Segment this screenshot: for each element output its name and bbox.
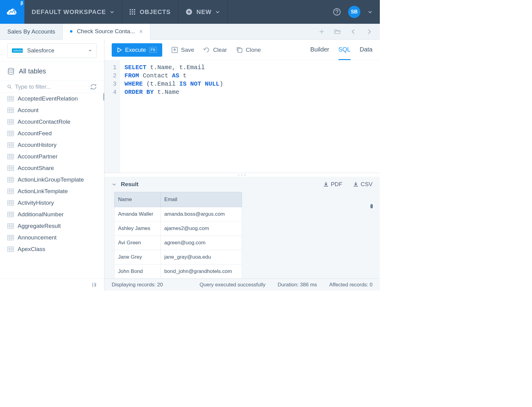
table-cell[interactable]: Avi Green [114, 236, 161, 250]
svg-rect-14 [8, 108, 14, 113]
svg-rect-21 [8, 189, 14, 194]
table-item[interactable]: AdditionalNumber [0, 209, 104, 220]
result-title: Result [121, 181, 138, 188]
table-item[interactable]: Announcement [0, 232, 104, 243]
table-item[interactable]: ActivityHistory [0, 197, 104, 209]
export-pdf-label: PDF [331, 181, 342, 188]
table-item[interactable]: AccountShare [0, 162, 104, 174]
new-button[interactable]: NEW [178, 0, 228, 24]
table-item[interactable]: AccountHistory [0, 139, 104, 151]
table-cell[interactable]: Jane Grey [114, 250, 161, 264]
sql-editor[interactable]: 1234 SELECT t.Name, t.Email FROM Contact… [104, 60, 380, 173]
table-item[interactable]: AccountFeed [0, 128, 104, 139]
table-item[interactable]: AggregateResult [0, 220, 104, 232]
new-tab-button[interactable] [318, 28, 325, 35]
table-item-label: AccountContactRole [18, 119, 70, 125]
table-item[interactable]: AccountPartner [0, 151, 104, 162]
svg-rect-20 [8, 177, 14, 182]
scrollbar-thumb[interactable] [103, 93, 104, 101]
export-csv-button[interactable]: CSV [353, 181, 373, 188]
table-icon [7, 108, 14, 113]
table-item[interactable]: AccountContactRole [0, 116, 104, 128]
table-item[interactable]: ApexClass [0, 243, 104, 255]
svg-point-12 [8, 85, 11, 88]
table-item-label: Announcement [18, 234, 57, 241]
table-item[interactable]: ActionLinkGroupTemplate [0, 174, 104, 186]
mode-tab-data[interactable]: Data [360, 40, 373, 60]
table-item-label: ApexClass [18, 246, 45, 253]
beta-badge: β [19, 0, 24, 6]
table-icon [7, 131, 14, 136]
table-cell[interactable]: ajames2@uog.com [160, 221, 242, 236]
svg-rect-28 [238, 48, 242, 52]
svg-rect-22 [8, 200, 14, 205]
execute-label: Execute [125, 47, 146, 53]
connection-selector[interactable]: salesforce Salesforce [7, 43, 97, 58]
chevron-down-icon [110, 9, 114, 14]
export-pdf-button[interactable]: PDF [323, 181, 342, 188]
chevron-down-icon [215, 9, 220, 14]
table-icon [7, 223, 14, 229]
toolbar: Execute F9 Save Clear Clone Builder SQL … [104, 40, 380, 60]
editor-gutter: 1234 [104, 60, 120, 173]
table-list[interactable]: AcceptedEventRelationAccountAccountConta… [0, 93, 104, 278]
table-cell[interactable]: amanda.boss@argus.com [160, 207, 242, 221]
svg-rect-2 [134, 9, 135, 10]
clone-button[interactable]: Clone [236, 47, 261, 53]
all-tables-header[interactable]: All tables [0, 62, 104, 81]
editor-code[interactable]: SELECT t.Name, t.Email FROM Contact AS t… [120, 60, 380, 173]
execute-button[interactable]: Execute F9 [112, 43, 162, 57]
close-tab-button[interactable]: × [139, 28, 143, 35]
table-row[interactable]: Jane Greyjane_gray@uoa.edu [114, 250, 242, 264]
table-item[interactable]: ActionLinkTemplate [0, 186, 104, 197]
panel-resize-handle[interactable]: • • • [104, 173, 380, 177]
scrollbar-thumb[interactable] [370, 204, 373, 208]
refresh-button[interactable] [90, 83, 97, 90]
table-row[interactable]: Amanda Walleramanda.boss@argus.com [114, 207, 242, 221]
app-header: β DEFAULT WORKSPACE OBJECTS NEW SB [0, 0, 380, 24]
table-item[interactable]: AcceptedEventRelation [0, 93, 104, 104]
mode-tab-builder[interactable]: Builder [310, 40, 329, 60]
prev-tab-button[interactable] [350, 28, 357, 35]
clear-button[interactable]: Clear [203, 47, 227, 53]
table-icon [7, 235, 14, 240]
sidebar-collapse-button[interactable] [0, 278, 104, 291]
sidebar: salesforce Salesforce All tables Accepte… [0, 40, 104, 291]
table-item-label: AcceptedEventRelation [18, 95, 78, 102]
chevron-down-icon[interactable] [368, 9, 373, 14]
svg-rect-7 [132, 13, 133, 15]
table-filter-input[interactable] [15, 83, 87, 90]
table-item-label: ActionLinkTemplate [18, 188, 68, 195]
document-tab[interactable]: Check Source Conta...× [63, 24, 150, 40]
mode-tab-sql[interactable]: SQL [338, 40, 351, 60]
table-item[interactable]: Account [0, 104, 104, 116]
table-cell[interactable]: Ashley James [114, 221, 161, 236]
help-button[interactable] [333, 8, 341, 16]
save-label: Save [181, 47, 194, 53]
app-logo[interactable]: β [0, 0, 24, 24]
status-duration: Duration: 386 ms [278, 282, 317, 288]
table-cell[interactable]: jane_gray@uoa.edu [160, 250, 242, 264]
download-icon [323, 181, 329, 187]
document-tab[interactable]: Sales By Accounts [0, 24, 63, 39]
column-header[interactable]: Email [160, 192, 242, 207]
svg-rect-8 [134, 13, 135, 15]
play-icon [117, 47, 122, 53]
save-button[interactable]: Save [171, 47, 194, 53]
avatar[interactable]: SB [348, 6, 360, 18]
table-row[interactable]: John Bondbond_john@grandhotels.com [114, 264, 242, 279]
table-cell[interactable]: bond_john@grandhotels.com [160, 264, 242, 279]
result-table[interactable]: NameEmailAmanda Walleramanda.boss@argus.… [114, 192, 242, 278]
open-folder-button[interactable] [334, 28, 341, 35]
next-tab-button[interactable] [366, 28, 373, 35]
table-row[interactable]: Avi Greenagreen@uog.com [114, 236, 242, 250]
clear-label: Clear [213, 47, 227, 53]
table-cell[interactable]: John Bond [114, 264, 161, 279]
table-cell[interactable]: Amanda Waller [114, 207, 161, 221]
chevron-down-icon[interactable] [112, 182, 117, 187]
objects-button[interactable]: OBJECTS [122, 0, 178, 24]
table-cell[interactable]: agreen@uog.com [160, 236, 242, 250]
column-header[interactable]: Name [114, 192, 161, 207]
workspace-selector[interactable]: DEFAULT WORKSPACE [24, 0, 122, 24]
table-row[interactable]: Ashley Jamesajames2@uog.com [114, 221, 242, 236]
